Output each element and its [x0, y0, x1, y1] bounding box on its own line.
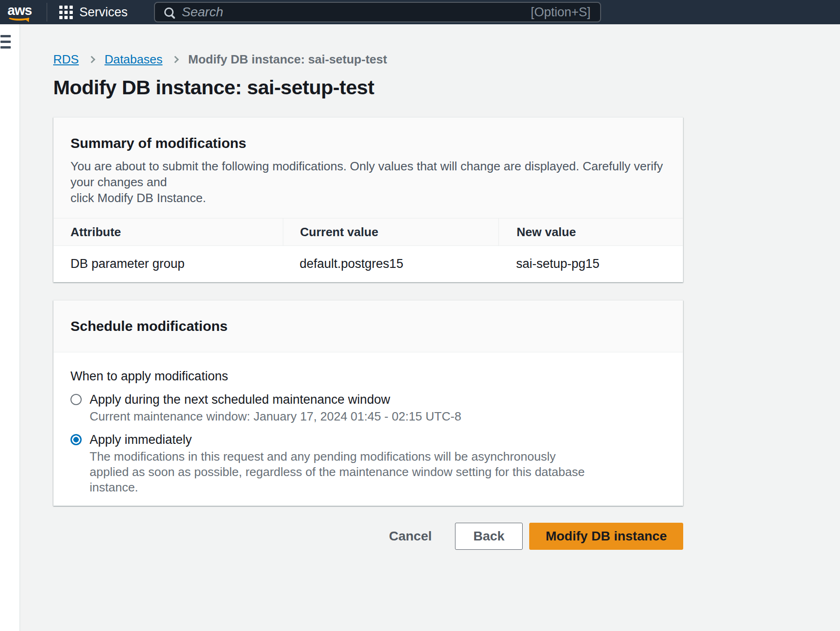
- summary-card-header: Summary of modifications You are about t…: [54, 118, 683, 218]
- collapsed-sidebar: [0, 24, 20, 631]
- summary-card-title: Summary of modifications: [70, 134, 666, 152]
- summary-of-modifications-card: Summary of modifications You are about t…: [53, 117, 683, 282]
- table-row: DB parameter group default.postgres15 sa…: [54, 246, 683, 282]
- aws-logo[interactable]: aws: [7, 4, 36, 21]
- cancel-button[interactable]: Cancel: [377, 523, 444, 550]
- when-to-apply-label: When to apply modifications: [70, 368, 666, 384]
- radio-label-maintenance-window: Apply during the next scheduled maintena…: [90, 392, 461, 407]
- search-placeholder: Search: [182, 5, 531, 20]
- column-header-new-value: New value: [498, 218, 683, 245]
- schedule-card-body: When to apply modifications Apply during…: [54, 352, 683, 505]
- aws-smile-icon: [7, 14, 31, 21]
- services-grid-icon: [59, 6, 73, 19]
- modifications-table: Attribute Current value New value DB par…: [54, 218, 683, 282]
- apply-immediately-description: The modifications in this request and an…: [90, 449, 585, 495]
- table-header-row: Attribute Current value New value: [54, 218, 683, 246]
- modify-db-instance-button[interactable]: Modify DB instance: [529, 523, 683, 550]
- breadcrumb-link-rds[interactable]: RDS: [53, 52, 79, 67]
- column-header-attribute: Attribute: [54, 218, 283, 245]
- radio-label-apply-immediately: Apply immediately: [90, 432, 585, 448]
- radio-selected-icon[interactable]: [70, 434, 82, 445]
- radio-unselected-icon[interactable]: [70, 394, 82, 405]
- main-content: RDS Databases Modify DB instance: sai-se…: [21, 24, 840, 550]
- search-shortcut-hint: [Option+S]: [531, 5, 590, 20]
- maintenance-window-description: Current maintenance window: January 17, …: [90, 409, 461, 424]
- radio-option-maintenance-window[interactable]: Apply during the next scheduled maintena…: [70, 392, 666, 424]
- breadcrumb-current-item: Modify DB instance: sai-setup-test: [188, 52, 387, 67]
- schedule-card-title: Schedule modifications: [70, 317, 666, 335]
- services-label: Services: [79, 5, 128, 20]
- schedule-card-header: Schedule modifications: [54, 301, 683, 352]
- form-actions: Cancel Back Modify DB instance: [53, 523, 683, 550]
- cell-attribute: DB parameter group: [54, 257, 283, 271]
- search-icon: [164, 7, 174, 17]
- global-search-input[interactable]: Search [Option+S]: [154, 2, 601, 22]
- chevron-right-icon: [172, 56, 179, 63]
- chevron-right-icon: [88, 56, 96, 63]
- back-button[interactable]: Back: [455, 523, 523, 550]
- page-title: Modify DB instance: sai-setup-test: [53, 75, 683, 99]
- column-header-current-value: Current value: [283, 218, 498, 245]
- cell-current-value: default.postgres15: [283, 257, 498, 271]
- sidebar-hamburger-button[interactable]: [0, 35, 11, 49]
- summary-card-description: You are about to submit the following mo…: [70, 158, 666, 206]
- radio-option-apply-immediately[interactable]: Apply immediately The modifications in t…: [70, 432, 666, 495]
- schedule-modifications-card: Schedule modifications When to apply mod…: [53, 300, 683, 506]
- services-menu-button[interactable]: Services: [47, 0, 140, 24]
- breadcrumb: RDS Databases Modify DB instance: sai-se…: [53, 52, 683, 67]
- cell-new-value: sai-setup-pg15: [498, 257, 683, 271]
- breadcrumb-link-databases[interactable]: Databases: [105, 52, 162, 67]
- top-navigation-bar: aws Services Search [Option+S]: [0, 0, 840, 24]
